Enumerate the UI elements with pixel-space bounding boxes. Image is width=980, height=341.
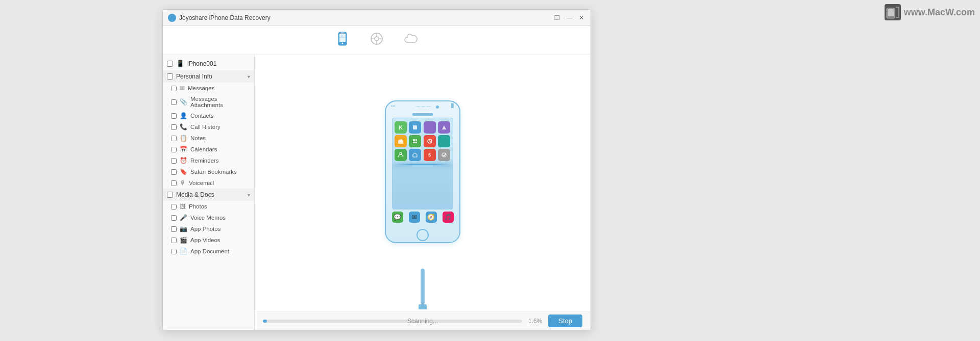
- calendars-label: Calendars: [190, 146, 217, 152]
- stop-button[interactable]: Stop: [548, 314, 582, 327]
- safari-bookmarks-icon: 🔖: [180, 168, 187, 175]
- voicemail-icon: 🎙: [180, 179, 186, 187]
- category-media-docs[interactable]: Media & Docs ▾: [163, 189, 254, 201]
- notes-label: Notes: [190, 135, 206, 141]
- notes-checkbox[interactable]: [171, 136, 177, 141]
- app-icon-11: [438, 149, 450, 161]
- messages-icon: ✉: [180, 85, 185, 92]
- app-icon-5: [409, 135, 421, 147]
- media-docs-checkbox[interactable]: [167, 192, 173, 198]
- app-videos-icon: 🎬: [180, 237, 187, 244]
- notes-icon: 📋: [180, 135, 187, 142]
- app-window: Joyoshare iPhone Data Recovery ❐ — ✕: [162, 9, 591, 330]
- sidebar-item-app-document[interactable]: 📄 App Document: [163, 246, 254, 257]
- tab-icloud[interactable]: [404, 33, 418, 47]
- restore-button[interactable]: ❐: [553, 14, 561, 22]
- app-icon-4: [395, 135, 407, 147]
- contacts-icon: 👤: [180, 112, 187, 119]
- scan-overlay: [393, 164, 453, 209]
- svg-rect-2: [888, 9, 894, 16]
- icloud-tab-icon: [404, 33, 418, 47]
- phone-illustration: ••• — — — ▊ K: [382, 100, 463, 274]
- sidebar-item-photos[interactable]: 🖼 Photos: [163, 201, 254, 212]
- app-icon-1: [409, 121, 421, 134]
- svg-rect-11: [399, 139, 402, 142]
- sidebar-item-messages-attachments[interactable]: 📎 Messages Attachments: [163, 94, 254, 110]
- phone-camera-icon: [436, 106, 439, 109]
- app-icon-10: 5: [424, 149, 436, 161]
- app-icon-7: [438, 135, 450, 147]
- reminders-label: Reminders: [190, 158, 219, 164]
- device-checkbox[interactable]: [167, 61, 173, 67]
- sidebar-item-notes[interactable]: 📋 Notes: [163, 133, 254, 144]
- close-button[interactable]: ✕: [577, 14, 585, 22]
- device-icon: 📱: [176, 60, 184, 67]
- call-history-label: Call History: [190, 124, 220, 130]
- sidebar-item-reminders[interactable]: ⏰ Reminders: [163, 155, 254, 166]
- main-panel: ••• — — — ▊ K: [255, 55, 591, 330]
- app-document-checkbox[interactable]: [171, 249, 177, 254]
- sidebar-item-safari-bookmarks[interactable]: 🔖 Safari Bookmarks: [163, 166, 254, 177]
- usb-cable: [421, 269, 425, 304]
- media-docs-label: Media & Docs: [176, 191, 214, 198]
- sidebar-item-voicemail[interactable]: 🎙 Voicemail: [163, 177, 254, 189]
- call-history-icon: 📞: [180, 123, 187, 130]
- tab-itunes[interactable]: [370, 32, 383, 48]
- app-icon-9: [409, 149, 421, 161]
- dock-icon-messages: 💬: [392, 212, 403, 223]
- personal-info-chevron-icon: ▾: [248, 74, 250, 80]
- itunes-tab-icon: [370, 32, 383, 48]
- sidebar-item-calendars[interactable]: 📅 Calendars: [163, 144, 254, 155]
- messages-attachments-icon: 📎: [180, 98, 187, 106]
- watermark-text: www.MacW.com: [904, 7, 975, 18]
- contacts-checkbox[interactable]: [171, 113, 177, 119]
- call-history-checkbox[interactable]: [171, 124, 177, 130]
- media-docs-chevron-icon: ▾: [248, 192, 250, 198]
- device-item: 📱 iPhone001: [163, 57, 254, 70]
- svg-point-8: [375, 37, 379, 41]
- app-videos-checkbox[interactable]: [171, 238, 177, 243]
- personal-info-label: Personal Info: [176, 73, 212, 80]
- minimize-button[interactable]: —: [565, 14, 573, 22]
- app-icon-8: [395, 149, 407, 161]
- progress-area: Scanning... 1.6% Stop: [255, 311, 591, 330]
- progress-bar-container: [263, 320, 522, 323]
- calendars-icon: 📅: [180, 146, 187, 153]
- svg-point-5: [342, 42, 344, 44]
- app-grid: K: [393, 118, 453, 164]
- content-area: 📱 iPhone001 Personal Info ▾ ✉ Messages 📎…: [163, 55, 591, 330]
- dock-icon-music: 🎵: [443, 212, 454, 223]
- messages-checkbox[interactable]: [171, 86, 177, 91]
- personal-info-checkbox[interactable]: [167, 73, 173, 80]
- voicemail-checkbox[interactable]: [171, 180, 177, 186]
- watermark-logo-icon: [885, 4, 901, 20]
- sidebar-item-contacts[interactable]: 👤 Contacts: [163, 110, 254, 121]
- sidebar-item-app-photos[interactable]: 📷 App Photos: [163, 223, 254, 234]
- voice-memos-icon: 🎤: [180, 214, 187, 221]
- category-personal-info[interactable]: Personal Info ▾: [163, 70, 254, 83]
- phone-body: ••• — — — ▊ K: [385, 100, 460, 243]
- svg-rect-12: [413, 139, 415, 141]
- app-videos-label: App Videos: [190, 237, 220, 243]
- calendars-checkbox[interactable]: [171, 147, 177, 152]
- messages-attachments-checkbox[interactable]: [171, 99, 177, 105]
- tab-device[interactable]: [335, 32, 350, 49]
- app-title: Joyoshare iPhone Data Recovery: [179, 14, 553, 21]
- app-logo-icon: [168, 14, 176, 22]
- sidebar-item-voice-memos[interactable]: 🎤 Voice Memos: [163, 212, 254, 223]
- safari-bookmarks-checkbox[interactable]: [171, 169, 177, 175]
- device-name: iPhone001: [187, 60, 216, 67]
- app-icon-kik: K: [395, 121, 407, 134]
- app-photos-checkbox[interactable]: [171, 226, 177, 232]
- reminders-checkbox[interactable]: [171, 158, 177, 164]
- photos-label: Photos: [189, 203, 207, 209]
- scanning-status-text: Scanning...: [407, 318, 438, 325]
- sidebar-item-app-videos[interactable]: 🎬 App Videos: [163, 234, 254, 246]
- app-document-label: App Document: [190, 248, 229, 254]
- photos-checkbox[interactable]: [171, 204, 177, 209]
- usb-connector: [419, 304, 427, 309]
- sidebar-item-call-history[interactable]: 📞 Call History: [163, 121, 254, 133]
- sidebar-item-messages[interactable]: ✉ Messages: [163, 83, 254, 94]
- voice-memos-checkbox[interactable]: [171, 215, 177, 221]
- app-icon-2: [424, 121, 436, 134]
